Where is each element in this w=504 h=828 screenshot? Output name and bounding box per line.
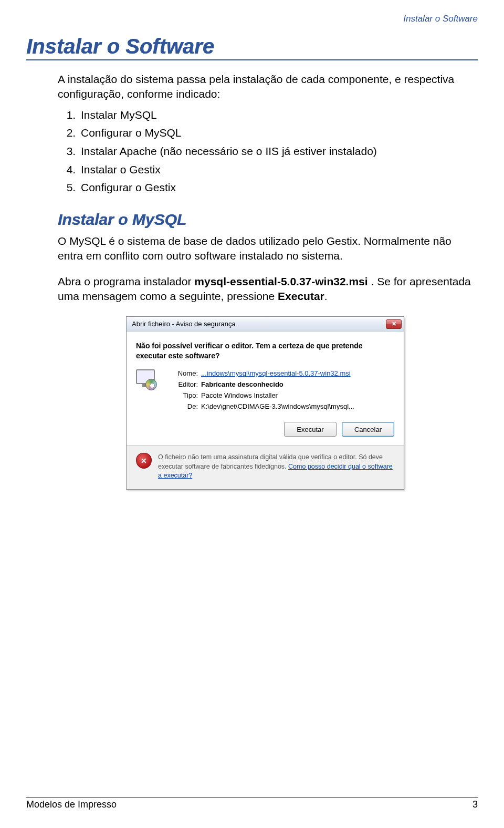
value-editor: Fabricante desconhecido bbox=[201, 380, 354, 388]
close-icon: ✕ bbox=[392, 320, 396, 327]
cancel-button[interactable]: Cancelar bbox=[342, 422, 394, 437]
list-item: Instalar o Gestix bbox=[79, 161, 472, 179]
text: Abra o programa instalador bbox=[58, 275, 194, 287]
dialog-titlebar: Abrir ficheiro - Aviso de segurança ✕ bbox=[127, 317, 404, 332]
security-dialog: Abrir ficheiro - Aviso de segurança ✕ Nã… bbox=[126, 316, 404, 489]
page-footer: Modelos de Impresso 3 bbox=[26, 798, 478, 810]
label-tipo: Tipo: bbox=[165, 391, 198, 399]
installer-icon bbox=[136, 369, 158, 391]
dialog-title: Abrir ficheiro - Aviso de segurança bbox=[132, 320, 236, 328]
intro-paragraph: A instalação do sistema passa pela insta… bbox=[58, 72, 472, 102]
value-de: K:\dev\gnet\CDIMAGE-3.3\windows\mysql\my… bbox=[201, 402, 354, 410]
list-item: Configurar o Gestix bbox=[79, 179, 472, 197]
running-header: Instalar o Software bbox=[403, 14, 478, 24]
button-name: Executar bbox=[278, 290, 324, 302]
run-button[interactable]: Executar bbox=[284, 422, 337, 437]
section-heading: Instalar o MySQL bbox=[58, 211, 472, 229]
paragraph: O MySQL é o sistema de base de dados uti… bbox=[58, 234, 472, 264]
dialog-heading: Não foi possível verificar o editor. Tem… bbox=[136, 341, 394, 361]
filename: mysql-essential-5.0.37-win32.msi bbox=[194, 275, 368, 287]
steps-list: Instalar MySQL Configurar o MySQL Instal… bbox=[58, 106, 472, 197]
list-item: Instalar MySQL bbox=[79, 106, 472, 125]
page-title: Instalar o Software bbox=[26, 35, 478, 60]
footer-left: Modelos de Impresso bbox=[26, 799, 117, 810]
label-de: De: bbox=[165, 402, 198, 410]
label-nome: Nome: bbox=[165, 369, 198, 377]
list-item: Configurar o MySQL bbox=[79, 124, 472, 142]
dialog-footer-text: O ficheiro não tem uma assinatura digita… bbox=[158, 453, 394, 481]
value-tipo: Pacote Windows Installer bbox=[201, 391, 354, 399]
close-button[interactable]: ✕ bbox=[386, 319, 402, 329]
page-number: 3 bbox=[472, 799, 478, 810]
list-item: Instalar Apache (não necessário se o IIS… bbox=[79, 142, 472, 161]
value-nome[interactable]: ...indows\mysql\mysql-essential-5.0.37-w… bbox=[201, 369, 354, 377]
shield-icon bbox=[136, 453, 152, 469]
text: . bbox=[324, 290, 328, 302]
paragraph: Abra o programa instalador mysql-essenti… bbox=[58, 274, 472, 304]
label-editor: Editor: bbox=[165, 380, 198, 388]
